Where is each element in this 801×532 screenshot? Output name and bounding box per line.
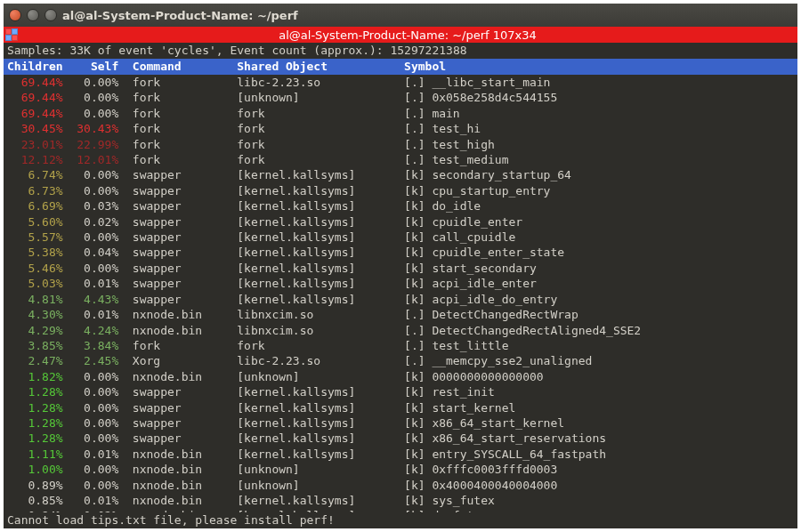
table-row[interactable]: 12.12%12.01% forkfork[.] test_medium <box>7 152 794 167</box>
titlebar[interactable]: al@al-System-Product-Name: ~/perf <box>4 4 797 27</box>
table-row[interactable]: 1.11%0.01% nxnode.bin[kernel.kallsyms][k… <box>7 447 794 462</box>
samples-line: Samples: 33K of event 'cycles', Event co… <box>4 43 797 59</box>
cell-command: fork <box>133 106 237 121</box>
table-row[interactable]: 5.03%0.01% swapper[kernel.kallsyms][k] a… <box>7 276 794 291</box>
table-row[interactable]: 1.00%0.00% nxnode.bin[unknown][k] 0xfffc… <box>7 462 794 477</box>
cell-self: 12.01% <box>63 152 119 167</box>
table-row[interactable]: 5.38%0.04% swapper[kernel.kallsyms][k] c… <box>7 245 794 260</box>
app-icon[interactable] <box>5 28 18 41</box>
table-row[interactable]: 6.73%0.00% swapper[kernel.kallsyms][k] c… <box>7 183 794 198</box>
table-row[interactable]: 4.81%4.43% swapper[kernel.kallsyms][k] a… <box>7 292 794 307</box>
table-row[interactable]: 4.29%4.24% nxnode.binlibnxcim.so[.] Dete… <box>7 323 794 338</box>
table-row[interactable]: 1.28%0.00% swapper[kernel.kallsyms][k] r… <box>7 384 794 399</box>
table-row[interactable]: 1.82%0.00% nxnode.bin[unknown][k] 000000… <box>7 369 794 384</box>
cell-shared-object: [unknown] <box>237 462 404 477</box>
cell-children: 2.47% <box>7 353 63 368</box>
cell-symbol: [k] 0000000000000000 <box>404 369 544 384</box>
cell-children: 1.28% <box>7 431 63 446</box>
cell-children: 4.81% <box>7 292 63 307</box>
table-row[interactable]: 23.01%22.99% forkfork[.] test_high <box>7 137 794 152</box>
cell-self: 0.01% <box>63 307 119 322</box>
cell-symbol: [k] sys_futex <box>404 493 495 508</box>
cell-self: 30.43% <box>63 121 119 136</box>
cell-command: fork <box>133 338 237 353</box>
cell-symbol: [k] 0x4000400040004000 <box>404 478 557 493</box>
table-row[interactable]: 1.28%0.00% swapper[kernel.kallsyms][k] x… <box>7 415 794 431</box>
table-row[interactable]: 1.28%0.00% swapper[kernel.kallsyms][k] s… <box>7 400 794 415</box>
table-row[interactable]: 2.47%2.45% Xorglibc-2.23.so[.] __memcpy_… <box>7 353 794 368</box>
cell-children: 6.73% <box>7 183 63 198</box>
cell-children: 23.01% <box>7 137 63 152</box>
cell-shared-object: [unknown] <box>237 369 404 384</box>
header-self: Self <box>63 59 119 75</box>
table-row[interactable]: 5.57%0.00% swapper[kernel.kallsyms][k] c… <box>7 230 794 245</box>
table-row[interactable]: 0.85%0.01% nxnode.bin[kernel.kallsyms][k… <box>7 493 794 508</box>
cell-shared-object: [kernel.kallsyms] <box>237 167 404 182</box>
table-row[interactable]: 5.46%0.00% swapper[kernel.kallsyms][k] s… <box>7 261 794 276</box>
cell-command: nxnode.bin <box>133 369 237 384</box>
cell-symbol: [k] acpi_idle_do_entry <box>404 292 557 307</box>
cell-shared-object: [kernel.kallsyms] <box>237 245 404 260</box>
cell-children: 69.44% <box>7 75 63 90</box>
cell-shared-object: [kernel.kallsyms] <box>237 431 404 446</box>
table-row[interactable]: 4.30%0.01% nxnode.binlibnxcim.so[.] Dete… <box>7 307 794 322</box>
table-row[interactable]: 3.85%3.84% forkfork[.] test_little <box>7 338 794 353</box>
cell-symbol: [k] start_secondary <box>404 261 537 276</box>
cell-children: 0.85% <box>7 493 63 508</box>
cell-symbol: [k] entry_SYSCALL_64_fastpath <box>404 447 606 462</box>
maximize-button[interactable] <box>44 9 57 21</box>
header-children: Children <box>7 59 63 75</box>
cell-children: 3.85% <box>7 338 63 353</box>
table-row[interactable]: 69.44%0.00% forkfork[.] main <box>7 106 794 121</box>
cell-symbol: [k] cpuidle_enter_state <box>404 245 564 260</box>
cell-self: 0.00% <box>63 90 119 105</box>
cell-command: swapper <box>133 431 237 446</box>
cell-children: 1.28% <box>7 415 63 431</box>
cell-symbol: [.] 0x058e258d4c544155 <box>404 90 557 105</box>
cell-self: 0.01% <box>63 276 119 291</box>
cell-command: nxnode.bin <box>133 493 237 508</box>
cell-shared-object: libnxcim.so <box>237 307 404 322</box>
table-row[interactable]: 0.89%0.00% nxnode.bin[unknown][k] 0x4000… <box>7 478 794 493</box>
cell-symbol: [k] cpu_startup_entry <box>404 183 550 198</box>
cell-self: 0.00% <box>63 183 119 198</box>
cell-children: 5.60% <box>7 214 63 230</box>
cell-symbol: [k] call_cpuidle <box>404 230 515 245</box>
cell-command: fork <box>133 75 237 90</box>
table-row[interactable]: 5.60%0.02% swapper[kernel.kallsyms][k] c… <box>7 214 794 230</box>
table-row[interactable]: 69.44%0.00% forklibc-2.23.so[.] __libc_s… <box>7 75 794 90</box>
cell-self: 2.45% <box>63 353 119 368</box>
cell-symbol: [k] 0xfffc0003fffd0003 <box>404 462 557 477</box>
table-row[interactable]: 30.45%30.43% forkfork[.] test_hi <box>7 121 794 136</box>
cell-shared-object: fork <box>237 106 404 121</box>
cell-self: 0.00% <box>63 230 119 245</box>
table-row[interactable]: 69.44%0.00% fork[unknown][.] 0x058e258d4… <box>7 90 794 105</box>
cell-shared-object: fork <box>237 121 404 136</box>
cell-command: swapper <box>133 292 237 307</box>
cell-command: fork <box>133 90 237 105</box>
cell-shared-object: [kernel.kallsyms] <box>237 447 404 462</box>
cell-command: swapper <box>133 276 237 291</box>
cell-self: 0.00% <box>63 369 119 384</box>
cell-shared-object: [kernel.kallsyms] <box>237 384 404 399</box>
minimize-button[interactable] <box>27 9 39 21</box>
cell-self: 0.00% <box>63 462 119 477</box>
cell-children: 1.00% <box>7 462 63 477</box>
status-line: Cannot load tips.txt file, please instal… <box>4 512 797 528</box>
table-row[interactable]: 6.69%0.03% swapper[kernel.kallsyms][k] d… <box>7 198 794 214</box>
cell-children: 5.38% <box>7 245 63 260</box>
cell-command: nxnode.bin <box>133 323 237 338</box>
data-rows[interactable]: 69.44%0.00% forklibc-2.23.so[.] __libc_s… <box>4 75 797 512</box>
cell-self: 0.00% <box>63 106 119 121</box>
cell-command: swapper <box>133 384 237 399</box>
column-headers[interactable]: ChildrenSelf CommandShared ObjectSymbol <box>4 59 797 75</box>
cell-command: swapper <box>133 400 237 415</box>
table-row[interactable]: 1.28%0.00% swapper[kernel.kallsyms][k] x… <box>7 431 794 446</box>
table-row[interactable]: 6.74%0.00% swapper[kernel.kallsyms][k] s… <box>7 167 794 182</box>
close-button[interactable] <box>9 9 21 21</box>
cell-command: swapper <box>133 198 237 214</box>
cell-command: swapper <box>133 214 237 230</box>
cell-shared-object: [unknown] <box>237 90 404 105</box>
cell-self: 0.03% <box>63 198 119 214</box>
cell-children: 1.28% <box>7 384 63 399</box>
